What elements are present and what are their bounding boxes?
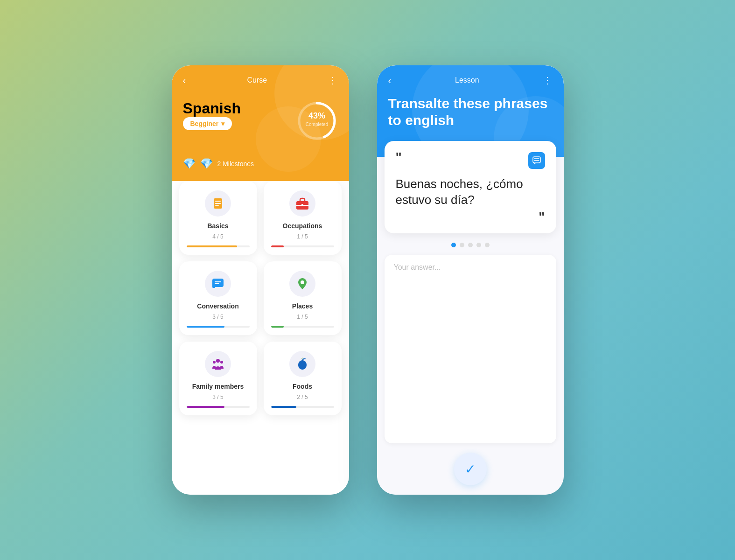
checkmark-icon: ✓	[465, 462, 476, 477]
check-button[interactable]: ✓	[454, 453, 487, 485]
course-card-foods[interactable]: Foods 2 / 5	[264, 342, 342, 415]
foods-name: Foods	[293, 383, 312, 390]
course-card-basics[interactable]: Basics 4 / 5	[179, 181, 257, 255]
basics-name: Basics	[207, 222, 228, 230]
course-card-conversation[interactable]: Conversation 3 / 5	[179, 261, 257, 335]
basics-progress-bar	[187, 245, 250, 247]
chat-icon	[211, 277, 224, 290]
conversation-progress-bar	[187, 326, 250, 328]
milestones-row: 💎 💎 2 Milestones	[183, 153, 338, 181]
right-nav-title: Lesson	[455, 76, 479, 84]
occupations-progress-text: 1 / 5	[297, 233, 308, 240]
occupations-progress-fill	[271, 245, 284, 247]
more-icon-left[interactable]: ⋮	[328, 75, 337, 86]
quote-open-icon: "	[396, 152, 402, 162]
foods-progress-fill	[271, 406, 296, 408]
svg-point-14	[301, 280, 304, 284]
location-icon	[296, 277, 309, 290]
conversation-icon-wrap	[205, 271, 231, 297]
family-progress-fill	[187, 406, 224, 408]
svg-rect-10	[301, 204, 303, 206]
places-progress-bar	[271, 326, 334, 328]
conversation-progress-fill	[187, 326, 224, 328]
milestones-count: 2 Milestones	[217, 160, 254, 168]
places-progress-text: 1 / 5	[297, 314, 308, 320]
svg-point-16	[213, 361, 216, 364]
places-icon-wrap	[289, 271, 315, 297]
more-icon-right[interactable]: ⋮	[543, 75, 552, 86]
course-card-places[interactable]: Places 1 / 5	[264, 261, 342, 335]
course-card-occupations[interactable]: Occupations 1 / 5	[264, 181, 342, 255]
pagination-dots	[385, 233, 556, 255]
family-progress-bar	[187, 406, 250, 408]
foods-progress-bar	[271, 406, 334, 408]
foods-progress-text: 2 / 5	[297, 394, 308, 400]
courses-grid: Basics 4 / 5 Occupations 1 / 5	[179, 181, 342, 415]
svg-text:Completed: Completed	[305, 122, 328, 127]
occupations-name: Occupations	[283, 222, 322, 230]
svg-text:43%: 43%	[308, 111, 325, 120]
back-icon-left[interactable]: ‹	[183, 75, 186, 86]
conversation-name: Conversation	[197, 302, 238, 310]
course-title: Spanish	[183, 100, 241, 117]
family-icon	[210, 357, 225, 371]
left-nav: ‹ Curse ⋮	[183, 75, 338, 86]
chat-lines-icon	[532, 156, 541, 165]
dot-4[interactable]	[476, 243, 481, 247]
left-hero-content: Spanish Begginer ▾	[183, 100, 241, 130]
left-hero: Spanish Begginer ▾ 43% Completed	[183, 95, 338, 153]
right-phone: ‹ Lesson ⋮ Transalte these phrases to en…	[377, 65, 564, 495]
apple-icon	[296, 357, 309, 371]
quote-close-icon: "	[396, 212, 545, 222]
svg-point-18	[300, 362, 305, 368]
left-phone: ‹ Curse ⋮ Spanish Begginer ▾ 43% Complet…	[172, 65, 349, 495]
dot-3[interactable]	[468, 243, 473, 247]
places-name: Places	[292, 302, 313, 310]
svg-rect-19	[533, 157, 540, 163]
conversation-progress-text: 3 / 5	[212, 314, 223, 320]
progress-circle-container: 43% Completed	[296, 100, 338, 144]
right-phone-body: " Buenas noches, ¿cómo estuvo su día? "	[377, 146, 564, 495]
basics-progress-fill	[187, 245, 237, 247]
occupations-progress-bar	[271, 245, 334, 247]
lesson-instruction: Transalte these phrases to english	[388, 95, 553, 129]
dot-1[interactable]	[451, 243, 456, 247]
dot-5[interactable]	[485, 243, 490, 247]
basics-icon-wrap	[205, 190, 231, 217]
chat-bubble-icon	[528, 152, 545, 169]
phrase-card: " Buenas noches, ¿cómo estuvo su día? "	[385, 141, 556, 233]
level-badge[interactable]: Begginer ▾	[183, 117, 232, 130]
family-progress-text: 3 / 5	[212, 394, 223, 400]
level-label: Begginer	[190, 120, 219, 127]
right-nav: ‹ Lesson ⋮	[388, 75, 553, 86]
left-phone-body: Basics 4 / 5 Occupations 1 / 5	[172, 172, 349, 495]
phrase-card-top: "	[396, 152, 545, 169]
places-progress-fill	[271, 326, 284, 328]
left-phone-header: ‹ Curse ⋮ Spanish Begginer ▾ 43% Complet…	[172, 65, 349, 181]
back-icon-right[interactable]: ‹	[388, 75, 392, 86]
left-nav-title: Curse	[247, 76, 267, 84]
family-icon-wrap	[205, 351, 231, 377]
dot-2[interactable]	[460, 243, 464, 247]
check-btn-wrap: ✓	[385, 443, 556, 485]
briefcase-icon	[295, 197, 309, 210]
basics-progress-text: 4 / 5	[212, 233, 223, 240]
document-icon	[211, 197, 224, 210]
svg-point-15	[216, 359, 220, 363]
family-name: Family members	[192, 383, 244, 390]
phrase-text: Buenas noches, ¿cómo estuvo su día?	[396, 176, 545, 208]
gem-icon-2: 💎	[200, 158, 213, 170]
gem-icon-1: 💎	[183, 158, 196, 170]
occupations-icon-wrap	[289, 190, 315, 217]
answer-placeholder: Your answer...	[394, 263, 441, 271]
foods-icon-wrap	[289, 351, 315, 377]
answer-input-wrap[interactable]: Your answer...	[385, 255, 556, 443]
course-card-family[interactable]: Family members 3 / 5	[179, 342, 257, 415]
svg-point-17	[220, 361, 223, 364]
chevron-down-icon: ▾	[221, 120, 224, 127]
